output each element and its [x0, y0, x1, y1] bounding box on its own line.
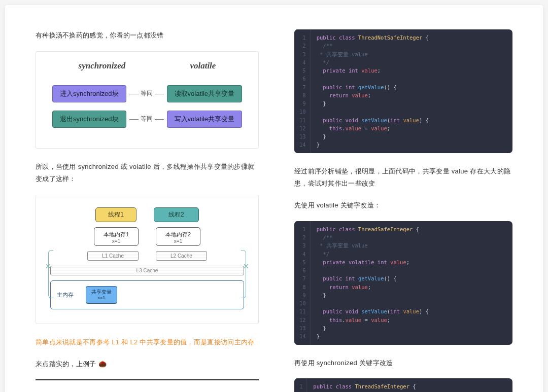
- label-equals: 等同: [141, 89, 153, 98]
- paragraph: 再使用 synchronized 关键字改造: [294, 357, 512, 370]
- diagram-sync-vs-volatile: synchronized volatile 进入synchronized块 等同…: [36, 51, 259, 149]
- code-source: public class ThreadSafeInteger { /** * 共…: [307, 378, 512, 392]
- label: 本地内存2: [165, 231, 191, 237]
- strike-icon: ✕: [45, 262, 51, 270]
- paragraph: 先使用 volatile 关键字改造：: [294, 199, 512, 212]
- article-page: 有种换汤不换药的感觉，你看的一点都没错 synchronized volatil…: [5, 5, 543, 392]
- box-main-memory: 主内存 共享变量 x=1: [50, 280, 244, 309]
- left-column: 有种换汤不换药的感觉，你看的一点都没错 synchronized volatil…: [36, 29, 259, 392]
- label: x=1: [102, 238, 130, 244]
- paragraph: 有种换汤不换药的感觉，你看的一点都没错: [36, 29, 259, 42]
- divider: [36, 379, 259, 380]
- box-exit-synchronized: 退出synchronized块: [52, 111, 126, 128]
- label: x=1: [164, 238, 192, 244]
- code-block-volatile: 1 2 3 4 5 6 7 8 9 10 11 12 13 14 public …: [294, 221, 512, 345]
- code-block-synchronized: 1 2 3 4 5 6 7 public class ThreadSafeInt…: [294, 378, 512, 392]
- label-equals: 等同: [141, 115, 153, 123]
- box-l3-cache: L3 Cache: [50, 266, 244, 275]
- label: 本地内存1: [104, 231, 129, 237]
- strike-icon: ✕: [243, 262, 249, 270]
- box-enter-synchronized: 进入synchronized块: [52, 85, 126, 102]
- box-l2-cache: L2 Cache: [156, 251, 207, 261]
- label: 共享变量: [91, 289, 112, 295]
- paragraph: 经过前序分析铺垫，很明显，上面代码中，共享变量 value 存在大大的隐患，尝试…: [294, 165, 512, 190]
- box-thread2: 线程2: [154, 207, 199, 222]
- text: 来点踏实的，上例子 🌰: [36, 360, 107, 368]
- right-column: 1 2 3 4 5 6 7 8 9 10 11 12 13 14 public …: [294, 29, 512, 392]
- box-shared-variable: 共享变量 x=1: [86, 286, 117, 304]
- heading-volatile: volatile: [190, 61, 216, 71]
- highlight-paragraph: 简单点来说就是不再参考 L1 和 L2 中共享变量的值，而是直接访问主内存: [36, 336, 259, 349]
- box-local-memory1: 本地内存1 x=1: [94, 227, 139, 246]
- paragraph: 来点踏实的，上例子 🌰: [36, 358, 259, 371]
- box-read-volatile: 读取volatile共享变量: [167, 85, 242, 102]
- box-local-memory2: 本地内存2 x=1: [156, 227, 200, 246]
- line-numbers: 1 2 3 4 5 6 7 8 9 10 11 12 13 14: [294, 29, 311, 153]
- label: x=1: [91, 295, 112, 301]
- box-write-volatile: 写入volatile共享变量: [167, 111, 242, 128]
- code-source: public class ThreadNotSafeInteger { /** …: [311, 29, 512, 153]
- box-l1-cache: L1 Cache: [87, 251, 139, 261]
- code-block-unsafe: 1 2 3 4 5 6 7 8 9 10 11 12 13 14 public …: [294, 29, 512, 153]
- label: 主内存: [57, 291, 74, 299]
- diagram-memory-model: ✕ ✕ 线程1 线程2 本地内存1 x=1 本地内存2 x=1: [36, 195, 259, 324]
- paragraph: 所以，当使用 synchronized 或 volatile 后，多线程操作共享…: [36, 161, 259, 186]
- code-source: public class ThreadSafeInteger { /** * 共…: [311, 221, 512, 345]
- heading-synchronized: synchronized: [79, 61, 126, 71]
- line-numbers: 1 2 3 4 5 6 7 8 9 10 11 12 13 14: [294, 221, 311, 345]
- box-thread1: 线程1: [95, 207, 136, 222]
- line-numbers: 1 2 3 4 5 6 7: [294, 378, 307, 392]
